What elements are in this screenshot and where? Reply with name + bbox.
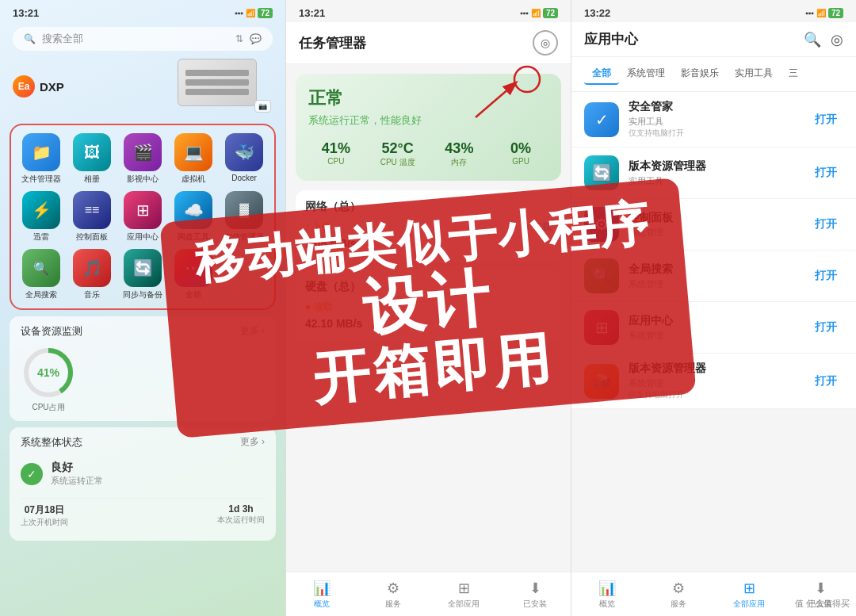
cat-tab-media[interactable]: 影音娱乐 — [673, 63, 727, 85]
app-list-cat-controlpanel: 系统管理 — [629, 227, 808, 239]
app-item-app-center[interactable]: ⊞ 应用中心 — [120, 191, 165, 243]
disk-values: 42.10 MB/s — [305, 317, 552, 330]
cat-tab-all[interactable]: 全部 — [584, 63, 619, 85]
open-btn-appcenter2[interactable]: 打开 — [808, 317, 843, 338]
nav-allapps[interactable]: ⊞ 全部应用 — [429, 580, 500, 610]
stat-cpu-label: CPU — [308, 157, 364, 166]
app-item-thunder[interactable]: ⚡ 迅雷 — [19, 191, 63, 243]
battery-badge-2: 72 — [543, 8, 558, 18]
app-item-vm[interactable]: 💻 虚拟机 — [171, 133, 216, 185]
circle-icon-appcenter[interactable]: ◎ — [831, 31, 843, 48]
app-list-cat-security: 实用工具 — [629, 116, 808, 128]
app-item-video[interactable]: 🎬 影视中心 — [120, 133, 165, 185]
nav3-overview-icon: 📊 — [598, 580, 616, 597]
upload-value: 9.06 MB/s — [305, 237, 357, 250]
stat-cpu-value: 41% — [308, 140, 364, 157]
app-item-cloud[interactable]: ☁️ 网盘工具 — [171, 191, 216, 243]
app-item-file-manager[interactable]: 📁 文件管理器 — [19, 133, 63, 185]
app-label-all: 全部 — [185, 289, 201, 300]
system-more[interactable]: 更多 › — [240, 435, 265, 450]
nas-slot-2 — [185, 79, 249, 86]
open-btn-globalsearch[interactable]: 打开 — [808, 266, 843, 286]
chat-icon: 💬 — [250, 33, 262, 44]
status-bar-1: 13:21 ▪▪▪ 📶 72 — [0, 0, 285, 22]
time-2: 13:21 — [299, 7, 325, 19]
open-btn-controlpanel[interactable]: 打开 — [808, 214, 843, 235]
search-bar[interactable]: 🔍 搜索全部 ⇅ 💬 — [13, 27, 273, 51]
app-item-photos[interactable]: 🖼 相册 — [70, 133, 114, 185]
monitor-section: 设备资源监测 更多 › 41% CPU占用 — [10, 316, 276, 421]
app-center-header: 应用中心 🔍 ◎ — [571, 22, 856, 57]
app-list-name-version2: 版本资源管理器 — [629, 362, 808, 376]
app-label-photos: 相册 — [84, 174, 100, 185]
app-label-cloud: 网盘工具 — [178, 231, 209, 243]
runtime-value: 1d 3h — [217, 503, 265, 515]
status-check-icon: ✓ — [21, 463, 43, 485]
app-label-storage: 存储管理器 — [224, 231, 264, 243]
app-item-music[interactable]: 🎵 音乐 — [70, 249, 114, 300]
cat-tab-sysadmin[interactable]: 系统管理 — [619, 63, 673, 85]
open-btn-security[interactable]: 打开 — [808, 109, 843, 130]
system-title: 系统整体状态 — [21, 435, 82, 450]
nas-slot-1 — [185, 70, 249, 76]
app-list-info-security: 安全管家 实用工具 仅支持电脑打开 — [629, 100, 808, 139]
cat-tab-more[interactable]: 三 — [781, 63, 806, 85]
app-icon-photos: 🖼 — [73, 133, 111, 171]
nav-overview[interactable]: 📊 概览 — [286, 580, 357, 610]
app-item-docker[interactable]: 🐳 Docker — [222, 133, 266, 185]
nav3-service[interactable]: ⚙ 服务 — [643, 580, 714, 610]
monitor-more[interactable]: 更多 › — [240, 324, 265, 339]
cat-tab-utility[interactable]: 实用工具 — [727, 63, 781, 85]
list-item-security: ✓ 安全管家 实用工具 仅支持电脑打开 打开 — [571, 92, 856, 147]
app-list-cat-appcenter2: 系统管理 — [629, 330, 808, 342]
watermark: 值 什么值得买 — [795, 598, 850, 610]
open-btn-version[interactable]: 打开 — [808, 163, 843, 183]
header-action-icons: 🔍 ◎ — [804, 31, 843, 48]
app-list-info-controlpanel: 控制面板 系统管理 — [629, 211, 808, 239]
app-icon-control-panel: ≡≡ — [73, 191, 111, 229]
app-item-all[interactable]: ⋯ 全部 — [171, 249, 216, 300]
task-title: 任务管理器 — [299, 34, 366, 52]
runtime-item: 1d 3h 本次运行时间 — [217, 503, 265, 528]
app-list-icon-version2: 📦 — [584, 364, 619, 399]
app-list-icon-security: ✓ — [584, 102, 619, 137]
circle-btn[interactable]: ◎ — [533, 30, 558, 55]
stat-mem-value: 43% — [432, 140, 487, 157]
upload-label: ↑ 上传 — [305, 220, 331, 234]
app-list-icon-globalsearch: 🔍 — [584, 258, 619, 293]
monitor-header: 设备资源监测 更多 › — [21, 324, 265, 339]
search-icon-appcenter[interactable]: 🔍 — [804, 31, 821, 48]
app-item-control-panel[interactable]: ≡≡ 控制面板 — [70, 191, 114, 243]
list-item-version: 🔄 版本资源管理器 实用工具 打开 — [571, 147, 856, 199]
open-btn-version2[interactable]: 打开 — [808, 371, 843, 392]
app-list-name-controlpanel: 控制面板 — [629, 211, 808, 225]
app-label-file-manager: 文件管理器 — [21, 174, 61, 185]
stat-temp-label: CPU 温度 — [370, 157, 426, 168]
nav-installed[interactable]: ⬇ 已安装 — [499, 580, 571, 610]
service-icon: ⚙ — [387, 580, 399, 597]
stat-mem: 43% 内存 — [432, 140, 487, 168]
nav-service[interactable]: ⚙ 服务 — [357, 580, 429, 610]
nas-slot-3 — [185, 89, 249, 95]
app-list-info-version2: 版本资源管理器 系统管理 仅支持电脑打开 — [629, 362, 808, 400]
app-list-name-appcenter2: 应用中心 — [629, 314, 808, 328]
dxp-label: DXP — [40, 80, 64, 94]
app-label-thunder: 迅雷 — [33, 231, 49, 243]
app-item-search[interactable]: 🔍 全局搜索 — [19, 249, 63, 300]
panel-app-center: 13:22 ▪▪▪ 📶 72 应用中心 🔍 ◎ 全部 系统管理 影音娱乐 实用工… — [571, 0, 856, 616]
app-item-sync[interactable]: 🔄 同步与备份 — [120, 249, 165, 300]
top-row: Ea DXP 📷 — [0, 55, 285, 121]
nav3-service-label: 服务 — [671, 599, 686, 610]
stat-temp: 52°C CPU 温度 — [370, 140, 426, 168]
app-list-info-globalsearch: 全局搜索 系统管理 — [629, 262, 808, 290]
app-list-cat-version2: 系统管理 — [629, 377, 808, 389]
app-item-storage[interactable]: ▓ 存储管理器 — [222, 191, 266, 243]
bottom-nav-2: 📊 概览 ⚙ 服务 ⊞ 全部应用 ⬇ 已安装 — [286, 572, 571, 616]
wifi-icon-3: 📶 — [816, 9, 826, 17]
nav3-overview[interactable]: 📊 概览 — [571, 580, 643, 610]
status-icons-3: ▪▪▪ 📶 72 — [805, 8, 843, 18]
nas-box — [178, 59, 257, 106]
nav3-allapps[interactable]: ⊞ 全部应用 — [714, 580, 785, 610]
app-label-docker: Docker — [231, 174, 257, 182]
app-label-control-panel: 控制面板 — [76, 231, 108, 243]
